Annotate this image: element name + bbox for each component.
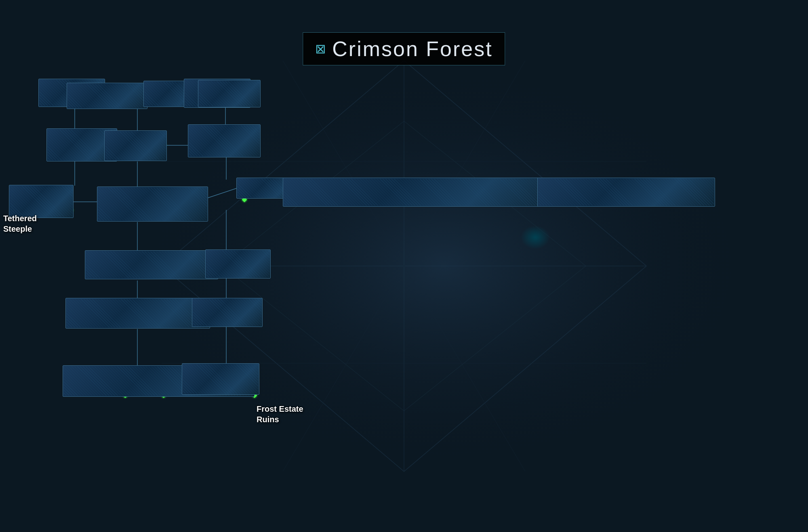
room-row5-1: [65, 298, 210, 329]
room-corridor-right: [537, 178, 715, 207]
room-bottom-2: [182, 363, 259, 395]
svg-point-14: [457, 194, 578, 291]
room-center-encounter: [97, 186, 208, 222]
svg-line-10: [283, 61, 525, 471]
room-top-1: [67, 83, 147, 109]
room-row4-2: [205, 249, 271, 279]
room-row2-2: [104, 130, 167, 161]
map-title-text: Crimson Forest: [332, 37, 492, 61]
room-row2-3: [188, 124, 261, 157]
svg-line-11: [283, 61, 525, 471]
room-row4-1: [85, 250, 218, 279]
svg-line-7: [404, 266, 646, 471]
svg-line-6: [404, 61, 646, 266]
label-tethered-steeple: TetheredSteeple: [3, 213, 37, 234]
svg-marker-3: [222, 121, 586, 411]
svg-line-26: [208, 188, 238, 198]
room-row5-2: [192, 298, 263, 327]
room-top-4: [198, 80, 261, 107]
map-title: ⊠ Crimson Forest: [303, 32, 505, 65]
map-icon: ⊠: [315, 42, 326, 55]
label-frost-estate-ruins: Frost EstateRuins: [257, 404, 303, 425]
room-corridor: [283, 178, 558, 207]
